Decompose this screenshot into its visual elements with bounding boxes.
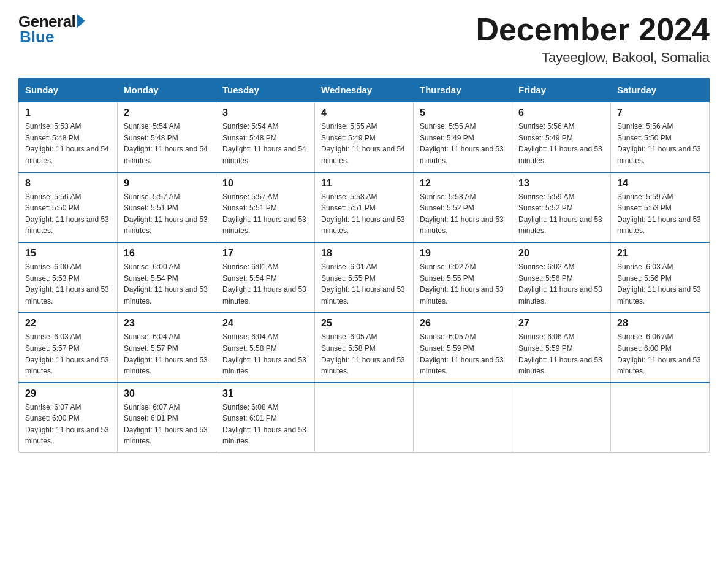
day-number: 1: [25, 107, 111, 118]
day-number: 11: [321, 178, 407, 189]
day-cell: 15Sunrise: 6:00 AMSunset: 5:53 PMDayligh…: [19, 242, 118, 312]
day-number: 12: [420, 178, 506, 189]
day-number: 2: [124, 107, 210, 118]
day-info: Sunrise: 6:05 AMSunset: 5:59 PMDaylight:…: [420, 331, 506, 377]
day-info: Sunrise: 6:03 AMSunset: 5:56 PMDaylight:…: [617, 261, 703, 307]
day-number: 13: [518, 178, 604, 189]
day-number: 20: [518, 248, 604, 259]
column-header-saturday: Saturday: [611, 79, 710, 102]
day-cell: 31Sunrise: 6:08 AMSunset: 6:01 PMDayligh…: [216, 383, 315, 453]
day-cell: [512, 383, 611, 453]
day-info: Sunrise: 5:58 AMSunset: 5:51 PMDaylight:…: [321, 191, 407, 237]
day-cell: 3Sunrise: 5:54 AMSunset: 5:48 PMDaylight…: [216, 102, 315, 172]
day-number: 6: [518, 107, 604, 118]
logo-blue-text: Blue: [20, 28, 54, 47]
day-cell: 16Sunrise: 6:00 AMSunset: 5:54 PMDayligh…: [118, 242, 216, 312]
day-info: Sunrise: 5:55 AMSunset: 5:49 PMDaylight:…: [420, 121, 506, 166]
day-cell: 14Sunrise: 5:59 AMSunset: 5:53 PMDayligh…: [611, 172, 710, 242]
day-cell: 21Sunrise: 6:03 AMSunset: 5:56 PMDayligh…: [611, 242, 710, 312]
day-info: Sunrise: 5:56 AMSunset: 5:49 PMDaylight:…: [518, 121, 604, 166]
day-number: 23: [124, 318, 210, 329]
logo: General Blue: [18, 12, 85, 47]
day-info: Sunrise: 5:58 AMSunset: 5:52 PMDaylight:…: [420, 191, 506, 237]
day-cell: [611, 383, 710, 453]
day-cell: 11Sunrise: 5:58 AMSunset: 5:51 PMDayligh…: [315, 172, 414, 242]
day-cell: 20Sunrise: 6:02 AMSunset: 5:56 PMDayligh…: [512, 242, 611, 312]
day-number: 24: [222, 318, 308, 329]
location-text: Tayeeglow, Bakool, Somalia: [476, 50, 710, 66]
day-number: 14: [617, 178, 703, 189]
day-info: Sunrise: 6:08 AMSunset: 6:01 PMDaylight:…: [222, 402, 308, 447]
day-cell: 5Sunrise: 5:55 AMSunset: 5:49 PMDaylight…: [414, 102, 512, 172]
day-info: Sunrise: 5:56 AMSunset: 5:50 PMDaylight:…: [25, 191, 111, 237]
day-cell: 18Sunrise: 6:01 AMSunset: 5:55 PMDayligh…: [315, 242, 414, 312]
header: General Blue December 2024 Tayeeglow, Ba…: [18, 12, 710, 66]
day-cell: 2Sunrise: 5:54 AMSunset: 5:48 PMDaylight…: [118, 102, 216, 172]
day-cell: 27Sunrise: 6:06 AMSunset: 5:59 PMDayligh…: [512, 312, 611, 382]
day-cell: 29Sunrise: 6:07 AMSunset: 6:00 PMDayligh…: [19, 383, 118, 453]
month-title: December 2024: [476, 12, 710, 47]
day-cell: 12Sunrise: 5:58 AMSunset: 5:52 PMDayligh…: [414, 172, 512, 242]
day-info: Sunrise: 6:07 AMSunset: 6:01 PMDaylight:…: [124, 402, 210, 447]
column-header-tuesday: Tuesday: [216, 79, 315, 102]
day-number: 31: [222, 388, 308, 399]
column-header-wednesday: Wednesday: [315, 79, 414, 102]
calendar-table: SundayMondayTuesdayWednesdayThursdayFrid…: [18, 78, 710, 453]
day-info: Sunrise: 6:04 AMSunset: 5:57 PMDaylight:…: [124, 331, 210, 377]
day-info: Sunrise: 6:02 AMSunset: 5:55 PMDaylight:…: [420, 261, 506, 307]
day-info: Sunrise: 5:56 AMSunset: 5:50 PMDaylight:…: [617, 121, 703, 166]
day-number: 28: [617, 318, 703, 329]
day-number: 26: [420, 318, 506, 329]
column-header-thursday: Thursday: [414, 79, 512, 102]
title-area: December 2024 Tayeeglow, Bakool, Somalia: [476, 12, 710, 66]
day-info: Sunrise: 5:59 AMSunset: 5:53 PMDaylight:…: [617, 191, 703, 237]
week-row-1: 1Sunrise: 5:53 AMSunset: 5:48 PMDaylight…: [19, 102, 710, 172]
week-row-3: 15Sunrise: 6:00 AMSunset: 5:53 PMDayligh…: [19, 242, 710, 312]
day-info: Sunrise: 6:01 AMSunset: 5:54 PMDaylight:…: [222, 261, 308, 307]
day-number: 15: [25, 248, 111, 259]
day-number: 5: [420, 107, 506, 118]
day-info: Sunrise: 5:59 AMSunset: 5:52 PMDaylight:…: [518, 191, 604, 237]
week-row-2: 8Sunrise: 5:56 AMSunset: 5:50 PMDaylight…: [19, 172, 710, 242]
day-cell: 28Sunrise: 6:06 AMSunset: 6:00 PMDayligh…: [611, 312, 710, 382]
day-cell: [414, 383, 512, 453]
day-cell: 8Sunrise: 5:56 AMSunset: 5:50 PMDaylight…: [19, 172, 118, 242]
day-cell: 4Sunrise: 5:55 AMSunset: 5:49 PMDaylight…: [315, 102, 414, 172]
day-info: Sunrise: 5:54 AMSunset: 5:48 PMDaylight:…: [222, 121, 308, 166]
day-cell: 19Sunrise: 6:02 AMSunset: 5:55 PMDayligh…: [414, 242, 512, 312]
day-info: Sunrise: 6:00 AMSunset: 5:54 PMDaylight:…: [124, 261, 210, 307]
day-cell: 13Sunrise: 5:59 AMSunset: 5:52 PMDayligh…: [512, 172, 611, 242]
day-number: 18: [321, 248, 407, 259]
day-cell: 24Sunrise: 6:04 AMSunset: 5:58 PMDayligh…: [216, 312, 315, 382]
week-row-5: 29Sunrise: 6:07 AMSunset: 6:00 PMDayligh…: [19, 383, 710, 453]
day-cell: 6Sunrise: 5:56 AMSunset: 5:49 PMDaylight…: [512, 102, 611, 172]
day-info: Sunrise: 5:57 AMSunset: 5:51 PMDaylight:…: [222, 191, 308, 237]
day-info: Sunrise: 6:04 AMSunset: 5:58 PMDaylight:…: [222, 331, 308, 377]
day-cell: 10Sunrise: 5:57 AMSunset: 5:51 PMDayligh…: [216, 172, 315, 242]
column-header-monday: Monday: [118, 79, 216, 102]
column-header-sunday: Sunday: [19, 79, 118, 102]
column-header-friday: Friday: [512, 79, 611, 102]
day-info: Sunrise: 6:05 AMSunset: 5:58 PMDaylight:…: [321, 331, 407, 377]
day-number: 21: [617, 248, 703, 259]
day-number: 16: [124, 248, 210, 259]
day-cell: 7Sunrise: 5:56 AMSunset: 5:50 PMDaylight…: [611, 102, 710, 172]
day-info: Sunrise: 5:53 AMSunset: 5:48 PMDaylight:…: [25, 121, 111, 166]
day-number: 30: [124, 388, 210, 399]
day-number: 9: [124, 178, 210, 189]
header-row: SundayMondayTuesdayWednesdayThursdayFrid…: [19, 79, 710, 102]
day-cell: 17Sunrise: 6:01 AMSunset: 5:54 PMDayligh…: [216, 242, 315, 312]
day-number: 4: [321, 107, 407, 118]
day-cell: 1Sunrise: 5:53 AMSunset: 5:48 PMDaylight…: [19, 102, 118, 172]
day-info: Sunrise: 5:57 AMSunset: 5:51 PMDaylight:…: [124, 191, 210, 237]
day-info: Sunrise: 6:02 AMSunset: 5:56 PMDaylight:…: [518, 261, 604, 307]
day-number: 25: [321, 318, 407, 329]
day-info: Sunrise: 6:06 AMSunset: 5:59 PMDaylight:…: [518, 331, 604, 377]
day-number: 29: [25, 388, 111, 399]
day-number: 3: [222, 107, 308, 118]
day-info: Sunrise: 6:06 AMSunset: 6:00 PMDaylight:…: [617, 331, 703, 377]
day-cell: 9Sunrise: 5:57 AMSunset: 5:51 PMDaylight…: [118, 172, 216, 242]
day-cell: [315, 383, 414, 453]
day-number: 8: [25, 178, 111, 189]
day-info: Sunrise: 5:54 AMSunset: 5:48 PMDaylight:…: [124, 121, 210, 166]
